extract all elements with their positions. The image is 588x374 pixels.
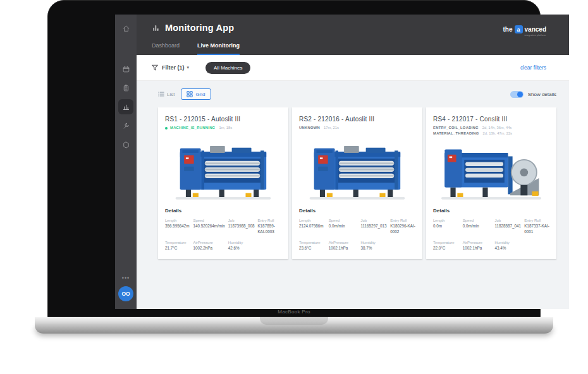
machine-image: [299, 140, 415, 203]
list-view-button[interactable]: List: [158, 91, 175, 97]
detail-label: Temperature: [165, 241, 190, 244]
detail-label: Entry Roll: [524, 219, 549, 222]
hexagon-icon[interactable]: [118, 137, 133, 152]
details-heading: Details: [165, 208, 281, 214]
monitoring-app-icon: [152, 24, 160, 32]
detail-label: Humidity: [360, 241, 387, 244]
detail-value: 11873988_008: [228, 224, 255, 229]
status-list: UNKNOWN 17m, 21s: [299, 126, 415, 136]
wrench-icon[interactable]: [118, 118, 133, 133]
details-grid: Length0.0m Speed0.0m/min Job11828587_041…: [433, 219, 549, 251]
filter-dropdown[interactable]: Filter (1): [162, 64, 185, 71]
detail-label: Temperature: [433, 241, 460, 244]
logo-mark-icon: a: [515, 25, 523, 33]
grid-view-label: Grid: [195, 92, 205, 97]
status-label: UNKNOWN: [299, 126, 320, 130]
machine-image: [165, 140, 281, 203]
detail-label: Job: [228, 219, 255, 222]
view-toggle-row: List Grid Show details: [158, 88, 556, 100]
show-details-label: Show details: [528, 92, 556, 97]
detail-value: 356.595642m: [165, 224, 190, 229]
status-row: MATERIAL_THREADING 2d, 13h, 47m, 22s: [433, 131, 549, 136]
tab-dashboard[interactable]: Dashboard: [152, 42, 180, 55]
detail-value: 22.0°C: [433, 246, 460, 251]
chevron-down-icon[interactable]: ▾: [187, 65, 190, 70]
details-grid: Length2124.07986m Speed0.0m/min Job11165…: [299, 219, 415, 251]
detail-value: 21.7°C: [165, 246, 190, 251]
status-label: ENTRY_COIL_LOADING: [433, 126, 479, 130]
app-screen: ••• OO Monitoring App Dashboar: [115, 15, 569, 309]
detail-value: 2124.07986m: [299, 224, 326, 229]
filter-bar: Filter (1) ▾ All Machines clear filters: [137, 55, 569, 81]
logo-text-post: vanced: [525, 25, 546, 33]
status-row: MACHINE_IS_RUNNING 1m, 18s: [165, 126, 281, 130]
detail-value: 0.0m/min: [329, 224, 358, 229]
logo-tagline: integrative platform: [525, 34, 546, 37]
macbook-base-top: [35, 317, 553, 325]
tab-bar: Dashboard Live Monitoring: [152, 42, 240, 55]
machine-card[interactable]: RS2 - 212016 - Autoslit III UNKNOWN 17m,…: [292, 107, 422, 259]
page-title: Monitoring App: [165, 23, 234, 33]
details-heading: Details: [433, 208, 549, 214]
detail-value: 11828587_041: [494, 224, 521, 229]
detail-value: 140.520264m/min: [193, 224, 224, 229]
detail-label: Length: [433, 219, 460, 222]
status-dot-icon: [165, 127, 168, 130]
user-avatar[interactable]: OO: [118, 286, 133, 301]
home-icon[interactable]: [118, 21, 133, 36]
detail-label: Speed: [193, 219, 224, 222]
detail-label: Length: [299, 219, 326, 222]
status-label: MATERIAL_THREADING: [433, 131, 479, 136]
detail-label: Speed: [463, 219, 492, 222]
detail-value: 43.4%: [494, 246, 521, 251]
detail-value: 0.0m: [433, 224, 460, 229]
clear-filters-link[interactable]: clear filters: [520, 64, 546, 71]
status-row: ENTRY_COIL_LOADING 2d, 14h, 36m, 44s: [433, 126, 549, 130]
detail-value: 42.6%: [228, 246, 255, 251]
status-row: UNKNOWN 17m, 21s: [299, 126, 415, 130]
detail-label: AirPressure: [329, 241, 358, 244]
detail-value: 1002.1hPa: [463, 246, 492, 251]
detail-label: Job: [360, 219, 387, 222]
detail-value: 11165297_013: [360, 224, 387, 229]
app-sidebar: ••• OO: [115, 15, 137, 309]
detail-label: Temperature: [299, 241, 326, 244]
detail-label: Humidity: [494, 241, 521, 244]
detail-label: AirPressure: [193, 241, 224, 244]
detail-value: K187859-KAI-0003: [257, 224, 281, 234]
logo-text-pre: the: [503, 25, 513, 33]
status-label: MACHINE_IS_RUNNING: [170, 126, 215, 130]
machine-card[interactable]: RS1 - 212015 - Autoslit III MACHINE_IS_R…: [158, 107, 288, 259]
content-area: List Grid Show details: [137, 81, 569, 309]
detail-label: Speed: [329, 219, 358, 222]
screenshot-canvas: ••• OO Monitoring App Dashboar: [0, 0, 588, 374]
toggle-knob: [517, 92, 523, 97]
details-grid: Length356.595642m Speed140.520264m/min J…: [165, 219, 281, 251]
all-machines-chip[interactable]: All Machines: [205, 62, 250, 74]
macbook-base-bottom: [35, 325, 553, 334]
status-duration: 1m, 18s: [219, 126, 232, 130]
details-heading: Details: [299, 208, 415, 214]
detail-label: Entry Roll: [257, 219, 281, 222]
detail-label: Length: [165, 219, 190, 222]
list-view-label: List: [167, 92, 175, 97]
brand-logo: the a vanced integrative platform: [503, 25, 546, 37]
show-details-toggle[interactable]: [510, 91, 524, 98]
machine-card-title: RS2 - 212016 - Autoslit III: [299, 116, 415, 123]
clipboard-icon[interactable]: [118, 80, 133, 95]
machine-image: [433, 140, 549, 203]
status-list: ENTRY_COIL_LOADING 2d, 14h, 36m, 44s MAT…: [433, 126, 549, 136]
detail-label: Humidity: [228, 241, 255, 244]
detail-label: AirPressure: [463, 241, 492, 244]
filter-funnel-icon: [152, 64, 158, 71]
more-options-icon[interactable]: •••: [122, 275, 130, 281]
tab-live-monitoring[interactable]: Live Monitoring: [197, 42, 240, 55]
status-duration: 17m, 21s: [324, 126, 339, 130]
calendar-icon[interactable]: [118, 61, 133, 76]
bar-chart-icon[interactable]: [118, 99, 133, 114]
macbook-hinge-notch: [260, 317, 328, 325]
detail-value: 23.6°C: [299, 246, 326, 251]
grid-view-button[interactable]: Grid: [181, 88, 211, 100]
machine-card-grid: RS1 - 212015 - Autoslit III MACHINE_IS_R…: [158, 107, 556, 259]
machine-card[interactable]: RS4 - 212017 - Conslit III ENTRY_COIL_LO…: [426, 107, 556, 259]
